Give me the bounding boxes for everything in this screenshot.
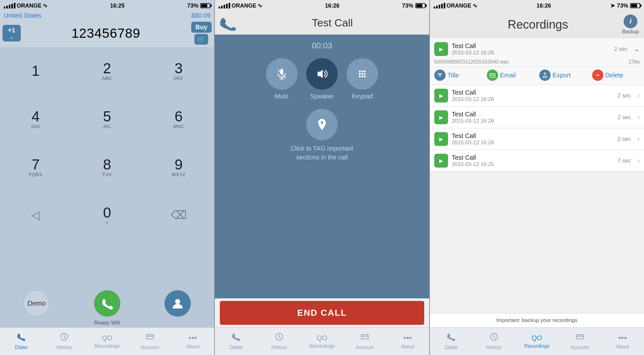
nav-recordings-label: Recordings <box>309 343 335 349</box>
filename-label: 50000000003122015162640.wav <box>434 59 509 65</box>
dialpad-key-2[interactable]: 2 ABC <box>71 47 142 95</box>
title-action-button[interactable]: Title <box>434 69 482 81</box>
end-call-button[interactable]: END CALL <box>220 301 424 325</box>
dialpad-key-back[interactable]: ◁ <box>0 191 71 239</box>
dialpad-key-6[interactable]: 6 MNC <box>143 95 214 143</box>
nav-history[interactable]: History <box>258 328 301 355</box>
nav-about[interactable]: ••• About <box>171 328 214 355</box>
nav-about[interactable]: ••• About <box>601 328 644 355</box>
chevron-right-icon[interactable]: › <box>637 135 640 143</box>
svg-point-10 <box>364 70 366 72</box>
dialpad-key-1[interactable]: 1 <box>0 47 71 95</box>
play-button-5[interactable]: ▶ <box>434 154 448 168</box>
email-action-button[interactable]: Email <box>487 69 534 81</box>
cart-button[interactable]: 🛒 <box>194 34 208 45</box>
svg-point-12 <box>361 73 363 75</box>
nav-about-label: About <box>186 344 199 350</box>
delete-action-button[interactable]: Delete <box>592 69 640 81</box>
svg-point-13 <box>364 73 366 75</box>
dialpad-key-delete[interactable]: ⌫ <box>143 191 214 239</box>
dialpad-key-7[interactable]: 7 PQRS <box>0 143 71 191</box>
keypad-button[interactable] <box>347 58 378 90</box>
tag-button[interactable] <box>306 109 338 140</box>
nav-recordings[interactable]: QO Recordings <box>301 328 343 355</box>
dialpad-key-3[interactable]: 3 DEF <box>143 47 214 95</box>
country-link[interactable]: United States <box>4 12 42 19</box>
chevron-right-icon[interactable]: › <box>637 157 640 165</box>
title-action-label: Title <box>447 72 459 79</box>
recording-name-4: Test Call <box>452 132 614 140</box>
nav-about-label: About <box>401 344 414 350</box>
svg-point-8 <box>359 70 361 72</box>
active-call-screen: ORANGE ∿ 16:26 73% Test Call 00:03 <box>215 0 429 355</box>
recordings-nav-icon: QO <box>531 334 542 342</box>
play-button-3[interactable]: ▶ <box>434 110 448 124</box>
recording-date-1: 2015-03-12 16:26 <box>452 50 610 56</box>
key-digit: 7 <box>31 157 40 172</box>
nav-account[interactable]: Account <box>343 328 386 355</box>
play-button-4[interactable]: ▶ <box>434 132 448 146</box>
recordings-header: Recordings i Backup <box>430 11 644 38</box>
recordings-nav-icon: QO <box>317 334 327 342</box>
recordings-title: Recordings <box>454 18 622 31</box>
account-nav-icon <box>146 332 154 343</box>
recording-name-1: Test Call <box>452 42 610 50</box>
dialer-header-top: United States $80.09 <box>0 11 214 20</box>
nav-dialer[interactable]: Dialer <box>430 328 473 355</box>
nav-account[interactable]: Account <box>558 328 601 355</box>
svg-point-16 <box>364 75 366 77</box>
account-nav-icon <box>575 332 584 343</box>
recording-expanded-details: 50000000003122015162640.wav 27kb <box>434 56 640 67</box>
status-right: 73% <box>402 3 425 9</box>
key-letters: ABC <box>102 76 112 81</box>
dialpad-key-5[interactable]: 5 JKL <box>71 95 142 143</box>
speaker-button[interactable] <box>306 58 338 90</box>
dialpad-key-4[interactable]: 4 GHI <box>0 95 71 143</box>
keypad-icon <box>356 68 369 80</box>
nav-recordings[interactable]: QO Recordings <box>86 328 129 355</box>
buy-button[interactable]: Buy <box>191 22 212 33</box>
signal-icon <box>4 3 15 8</box>
carrier-name: ORANGE <box>231 3 256 9</box>
nav-about[interactable]: ••• About <box>386 328 429 355</box>
clock-nav-icon <box>275 332 284 343</box>
key-digit: 1 <box>31 64 40 78</box>
key-letters: DEF <box>174 76 184 81</box>
chevron-down-icon[interactable]: ⌄ <box>634 45 640 53</box>
nav-history-label: History <box>486 345 502 350</box>
title-action-icon <box>434 69 446 81</box>
mute-button[interactable] <box>266 58 297 90</box>
recording-duration-3: 2 sec <box>618 114 631 121</box>
nav-history[interactable]: History <box>43 328 86 355</box>
nav-dialer[interactable]: Dialer <box>215 328 258 355</box>
key-digit: 6 <box>175 109 183 124</box>
dialpad-key-8[interactable]: 8 TUV <box>71 143 142 191</box>
nav-history[interactable]: History <box>473 328 515 355</box>
key-digit: 4 <box>31 109 40 124</box>
contact-button[interactable] <box>164 290 191 317</box>
status-right: 73% <box>187 3 210 9</box>
nav-account[interactable]: Account <box>129 328 171 355</box>
nav-history-label: History <box>271 345 287 350</box>
nav-recordings[interactable]: QO Recordings <box>515 328 558 355</box>
status-left: ORANGE ∿ <box>434 2 477 9</box>
chevron-right-icon[interactable]: › <box>637 113 640 121</box>
key-letters: MNC <box>173 124 184 129</box>
dialpad-key-0[interactable]: 0 + <box>71 191 142 239</box>
filesize-label: 27kb <box>629 59 640 65</box>
nav-dialer[interactable]: Dialer <box>0 328 43 355</box>
dialer-actions: Demo <box>0 287 214 319</box>
play-button-2[interactable]: ▶ <box>434 89 448 103</box>
key-letters: PQRS <box>29 172 42 177</box>
chevron-right-icon[interactable]: › <box>637 92 640 100</box>
mute-mic-icon <box>275 68 288 80</box>
status-bar-3: ORANGE ∿ 16:26 ➤ 73% <box>430 0 644 11</box>
backup-button[interactable]: i Backup <box>622 14 639 35</box>
play-button-1[interactable]: ▶ <box>434 42 448 56</box>
export-action-button[interactable]: Export <box>539 69 587 81</box>
dialpad-key-9[interactable]: 9 WXYZ <box>143 143 214 191</box>
call-button[interactable] <box>94 290 120 317</box>
mute-button-item: Mute <box>266 58 297 100</box>
country-code-button[interactable]: +1 ⌄ <box>3 25 21 42</box>
demo-button[interactable]: Demo <box>23 290 50 317</box>
